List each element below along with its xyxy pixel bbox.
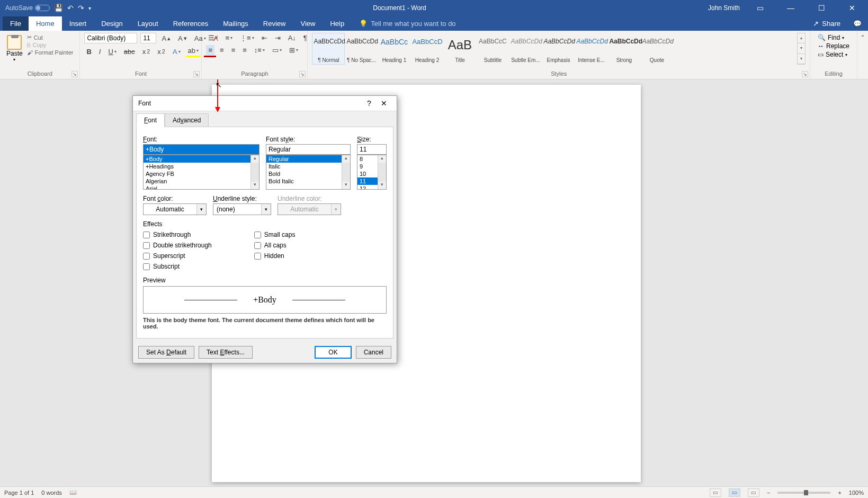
tab-references[interactable]: References (166, 16, 216, 31)
cut-button[interactable]: ✂Cut (27, 34, 74, 41)
dialog-tab-advanced[interactable]: Advanced (165, 113, 209, 127)
tab-view[interactable]: View (293, 16, 323, 31)
scroll-down-icon[interactable]: ▾ (798, 43, 805, 54)
underline-style-dropdown[interactable]: (none)▾ (213, 203, 271, 215)
italic-icon[interactable]: I (97, 47, 103, 57)
tab-help[interactable]: Help (323, 16, 352, 31)
format-painter-button[interactable]: 🖌Format Painter (27, 49, 74, 56)
page-indicator[interactable]: Page 1 of 1 (4, 490, 34, 496)
style-item[interactable]: AaBbCcDdEmphasis (542, 33, 575, 65)
list-item[interactable]: Bold Italic (266, 177, 350, 185)
redo-icon[interactable]: ↷ (78, 4, 84, 12)
dialog-help-icon[interactable]: ? (362, 99, 377, 108)
align-right-icon[interactable]: ≡ (229, 45, 238, 55)
font-size-input[interactable] (140, 33, 156, 43)
text-effects-button[interactable]: Text Effects... (199, 346, 253, 359)
bold-icon[interactable]: B (84, 47, 93, 57)
paste-button[interactable]: Paste ▾ (4, 33, 25, 64)
sort-icon[interactable]: A↓ (286, 33, 298, 43)
underline-icon[interactable]: U▾ (106, 47, 118, 57)
web-layout-icon[interactable]: ▭ (748, 488, 759, 497)
multilevel-icon[interactable]: ⋮≡▾ (238, 33, 256, 43)
font-color-dropdown[interactable]: Automatic▾ (143, 203, 207, 215)
borders-icon[interactable]: ⊞▾ (287, 45, 300, 55)
effect-checkbox[interactable]: Small caps (254, 231, 296, 238)
zoom-slider[interactable] (777, 492, 830, 494)
replace-button[interactable]: ↔Replace (818, 42, 849, 50)
list-item[interactable]: Italic (266, 163, 350, 170)
strikethrough-icon[interactable]: abc (122, 47, 137, 57)
style-item[interactable]: AaBbCcDd¶ Normal (312, 33, 345, 65)
font-launcher[interactable]: ↘ (193, 71, 200, 77)
effect-checkbox[interactable]: Subscript (143, 263, 212, 270)
bullets-icon[interactable]: ☰▾ (206, 33, 220, 43)
style-field-input[interactable] (266, 144, 351, 155)
font-name-input[interactable] (84, 33, 137, 43)
cancel-button[interactable]: Cancel (356, 346, 391, 359)
list-item[interactable]: +Body (144, 155, 259, 163)
styles-launcher[interactable]: ↘ (802, 71, 808, 77)
tab-file[interactable]: File (3, 16, 29, 31)
tab-review[interactable]: Review (256, 16, 293, 31)
numbering-icon[interactable]: ≡▾ (223, 33, 235, 43)
style-item[interactable]: AaBbCcCSubtitle (476, 33, 509, 65)
style-item[interactable]: AaBbCcDdQuote (640, 33, 673, 65)
zoom-in-icon[interactable]: + (838, 490, 841, 496)
close-icon[interactable]: ✕ (842, 4, 863, 12)
align-left-icon[interactable]: ≡ (206, 45, 214, 55)
dialog-titlebar[interactable]: Font ? ✕ (133, 96, 397, 111)
dialog-tab-font[interactable]: Font (136, 113, 165, 127)
tab-layout[interactable]: Layout (130, 16, 166, 31)
align-center-icon[interactable]: ≡ (218, 45, 226, 55)
tell-me-search[interactable]: 💡 Tell me what you want to do (352, 16, 463, 31)
tab-design[interactable]: Design (94, 16, 130, 31)
justify-icon[interactable]: ≡ (240, 45, 249, 55)
list-item[interactable]: +Headings (144, 163, 259, 170)
effect-checkbox[interactable]: All caps (254, 242, 296, 249)
style-item[interactable]: AaBbCcDdIntense E... (575, 33, 607, 65)
shading-icon[interactable]: ▭▾ (270, 45, 284, 55)
list-item[interactable]: Bold (266, 170, 350, 177)
paragraph-launcher[interactable]: ↘ (299, 71, 306, 77)
copy-button[interactable]: ⎘Copy (27, 42, 74, 48)
minimize-icon[interactable]: — (780, 4, 801, 12)
styles-scroll[interactable]: ▴ ▾ ▾ (797, 33, 806, 65)
word-count[interactable]: 0 words (41, 490, 62, 496)
style-item[interactable]: AaBbCcDd¶ No Spac... (345, 33, 378, 65)
font-listbox[interactable]: +Body+HeadingsAgency FBAlgerianArial▴▾ (143, 155, 259, 190)
text-effects-icon[interactable]: A▾ (171, 47, 183, 57)
decrease-font-icon[interactable]: A▾ (176, 33, 189, 43)
line-spacing-icon[interactable]: ↕≡▾ (252, 45, 267, 55)
ok-button[interactable]: OK (315, 346, 351, 359)
collapse-ribbon-icon[interactable]: ⌃ (860, 34, 865, 41)
tab-insert[interactable]: Insert (62, 16, 94, 31)
user-name[interactable]: John Smith (708, 4, 740, 12)
tab-home[interactable]: Home (29, 16, 62, 31)
increase-font-icon[interactable]: A▴ (159, 33, 173, 43)
font-field-input[interactable] (143, 144, 259, 155)
qat-dropdown-icon[interactable]: ▾ (88, 5, 91, 11)
decrease-indent-icon[interactable]: ⇤ (259, 33, 270, 43)
expand-gallery-icon[interactable]: ▾ (798, 54, 805, 64)
size-field-input[interactable] (357, 144, 387, 155)
share-button[interactable]: ↗ Share (807, 16, 847, 31)
zoom-out-icon[interactable]: − (767, 490, 770, 496)
highlight-icon[interactable]: ab▾ (186, 46, 201, 57)
comments-icon[interactable]: 💬 (847, 16, 868, 31)
scroll-up-icon[interactable]: ▴ (798, 33, 805, 43)
maximize-icon[interactable]: ☐ (811, 4, 832, 12)
effect-checkbox[interactable]: Double strikethrough (143, 242, 212, 249)
effect-checkbox[interactable]: Strikethrough (143, 231, 212, 238)
ribbon-display-icon[interactable]: ▭ (749, 4, 771, 12)
undo-icon[interactable]: ↶ (67, 4, 74, 12)
list-item[interactable]: Arial (144, 185, 259, 190)
find-button[interactable]: 🔍Find ▾ (818, 34, 849, 41)
read-mode-icon[interactable]: ▭ (710, 488, 721, 497)
list-item[interactable]: Regular (266, 155, 350, 163)
dialog-close-icon[interactable]: ✕ (377, 99, 391, 108)
list-item[interactable]: Agency FB (144, 170, 259, 177)
style-item[interactable]: AaBbCcDHeading 2 (410, 33, 443, 65)
list-item[interactable]: Algerian (144, 177, 259, 185)
subscript-icon[interactable]: x2 (140, 47, 153, 57)
select-button[interactable]: ▭Select ▾ (818, 51, 849, 58)
